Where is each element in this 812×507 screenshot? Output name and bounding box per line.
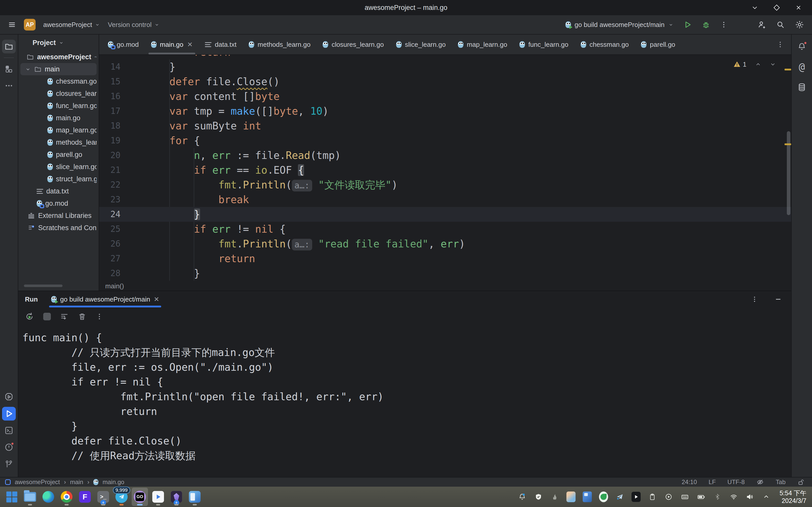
version-control-menu[interactable]: Version control xyxy=(108,21,160,29)
tool-project-button[interactable] xyxy=(2,40,16,53)
editor-tab-chessman-go[interactable]: chessman.go xyxy=(575,35,635,54)
tree-item-awesomeproject[interactable]: awesomeProject~/Gola xyxy=(20,51,97,63)
tool-run-button[interactable] xyxy=(2,407,16,420)
run-configuration-selector[interactable]: go build awesomeProject/main xyxy=(565,21,674,29)
tree-item-methods-learn-go[interactable]: methods_learn.go xyxy=(20,136,97,149)
caret-position[interactable]: 24:10 xyxy=(682,478,697,486)
tool-problems-button[interactable] xyxy=(2,440,16,454)
tree-item-parell-go[interactable]: parell.go xyxy=(20,149,97,161)
soft-wrap-icon[interactable] xyxy=(60,312,69,321)
editor-tab-map-learn-go[interactable]: map_learn.go xyxy=(452,35,513,54)
tree-item-closures-learn-go[interactable]: closures_learn.go xyxy=(20,88,97,100)
tray-flame-icon[interactable] xyxy=(550,492,559,501)
stop-icon[interactable] xyxy=(43,313,51,320)
tray-chevron-up-icon[interactable] xyxy=(762,492,771,501)
tray-chara-icon[interactable] xyxy=(566,492,576,501)
code-editor[interactable]: return14 }15 defer file.Close()16 var co… xyxy=(99,55,791,281)
tray-circle-play-icon[interactable] xyxy=(664,492,673,501)
taskbar-clock[interactable]: 5:54 下午 2024/3/7 xyxy=(779,489,806,504)
taskbar-app-chrome[interactable] xyxy=(58,488,75,506)
taskbar-app-fdm[interactable]: F xyxy=(77,488,93,506)
statusbar-crumb-folder[interactable]: main xyxy=(70,478,83,486)
tray-play-icon[interactable] xyxy=(632,492,641,501)
hamburger-menu-icon[interactable] xyxy=(8,20,16,29)
project-selector[interactable]: awesomeProject xyxy=(43,21,100,29)
warning-stripe-mark[interactable] xyxy=(785,144,791,145)
editor-tab-slice-learn-go[interactable]: slice_learn.go xyxy=(390,35,452,54)
tool-git-button[interactable] xyxy=(2,457,16,471)
close-icon[interactable] xyxy=(795,4,802,11)
warning-stripe-mark[interactable] xyxy=(785,69,791,70)
statusbar-crumb-file[interactable]: main.go xyxy=(103,478,124,486)
editor-tab-methods-learn-go[interactable]: methods_learn.go xyxy=(242,35,316,54)
tray-bluetooth-icon[interactable] xyxy=(713,492,722,501)
tray-leaf-icon[interactable] xyxy=(599,492,608,501)
editor-tab-parell-go[interactable]: parell.go xyxy=(635,35,681,54)
tray-volume-icon[interactable] xyxy=(745,492,755,501)
taskbar-app-obsidian[interactable]: + xyxy=(168,488,185,506)
editor-tab-func-learn-go[interactable]: func_learn.go xyxy=(513,35,575,54)
run-console-output[interactable]: func main() { // 只读方式打开当前目录下的main.go文件 f… xyxy=(18,326,791,477)
highlighting-level-icon[interactable] xyxy=(756,478,764,486)
rerun-icon[interactable] xyxy=(25,312,34,321)
tree-item-func-learn-go[interactable]: func_learn.go xyxy=(20,100,97,112)
project-hscrollbar[interactable] xyxy=(24,285,63,287)
taskbar-app-potplayer[interactable] xyxy=(150,488,166,506)
tree-item-external-libraries[interactable]: External Libraries xyxy=(20,210,97,222)
taskbar-app-blue-app[interactable] xyxy=(187,488,203,506)
tool-structure-button[interactable] xyxy=(2,62,16,76)
run-panel-options-icon[interactable] xyxy=(751,296,758,303)
taskbar-app-windows-start[interactable] xyxy=(4,488,20,506)
run-button[interactable] xyxy=(683,20,692,29)
indent-style[interactable]: Tab xyxy=(776,478,786,486)
tool-terminal-button[interactable] xyxy=(2,424,16,437)
tree-item-go-mod[interactable]: go.mod xyxy=(20,197,97,210)
ai-assistant-icon[interactable]: @ xyxy=(795,60,809,74)
taskbar-app-telegram[interactable]: 9,999 xyxy=(113,488,130,506)
run-tab[interactable]: go build awesomeProject/main ✕ xyxy=(49,291,162,307)
tray-keyboard-icon[interactable] xyxy=(680,492,690,501)
taskbar-app-terminal[interactable]: >_+ xyxy=(95,488,111,506)
tree-item-data-txt[interactable]: data.txt xyxy=(20,185,97,197)
close-icon[interactable]: ✕ xyxy=(154,295,159,303)
tray-battery-icon[interactable] xyxy=(697,492,706,501)
taskbar-app-edge[interactable] xyxy=(40,488,56,506)
tray-shield-icon[interactable] xyxy=(534,492,543,501)
run-panel-title[interactable]: Run xyxy=(25,295,38,303)
line-separator[interactable]: LF xyxy=(708,478,716,486)
code-with-me-icon[interactable] xyxy=(757,20,766,29)
more-tool-windows-icon[interactable] xyxy=(2,79,16,93)
tab-list-more-icon[interactable] xyxy=(776,41,784,48)
file-encoding[interactable]: UTF-8 xyxy=(727,478,745,486)
database-icon[interactable] xyxy=(795,80,809,94)
editor-breadcrumb[interactable]: main() xyxy=(99,281,791,291)
tree-item-scratches-and-consoles[interactable]: Scratches and Consoles xyxy=(20,222,97,234)
minimize-icon[interactable] xyxy=(752,4,758,11)
tray-bell-icon[interactable] xyxy=(518,492,527,501)
statusbar-crumb-project[interactable]: awesomeProject xyxy=(15,478,60,486)
editor-tab-closures-learn-go[interactable]: closures_learn.go xyxy=(316,35,390,54)
editor-tab-data-txt[interactable]: data.txt xyxy=(199,35,242,54)
hide-panel-icon[interactable] xyxy=(774,295,782,303)
more-actions-icon[interactable] xyxy=(720,21,728,29)
tree-item-chessman-go[interactable]: chessman.go xyxy=(20,75,97,88)
tree-item-map-learn-go[interactable]: map_learn.go xyxy=(20,124,97,136)
tray-plane-icon[interactable] xyxy=(615,492,624,501)
chevron-down-icon[interactable] xyxy=(25,66,31,72)
tree-item-slice-learn-go[interactable]: slice_learn.go xyxy=(20,161,97,173)
tree-item-main-go[interactable]: main.go xyxy=(20,112,97,124)
tray-clipboard-icon[interactable] xyxy=(648,492,657,501)
prev-problem-icon[interactable] xyxy=(755,61,761,67)
editor-tab-go-mod[interactable]: go.mod xyxy=(102,35,145,54)
tray-wallpaper-icon[interactable] xyxy=(583,492,592,501)
close-icon[interactable]: ✕ xyxy=(187,41,193,49)
next-problem-icon[interactable] xyxy=(770,61,776,67)
taskbar-app-file-explorer[interactable] xyxy=(22,488,38,506)
readonly-lock-icon[interactable] xyxy=(797,478,805,486)
debug-button[interactable] xyxy=(702,20,710,29)
search-everywhere-icon[interactable] xyxy=(776,20,785,29)
taskbar-app-goland[interactable]: GO xyxy=(132,488,148,506)
notifications-bell-icon[interactable] xyxy=(795,40,809,53)
clear-console-icon[interactable] xyxy=(78,312,86,321)
project-panel-header[interactable]: Project xyxy=(18,35,99,51)
